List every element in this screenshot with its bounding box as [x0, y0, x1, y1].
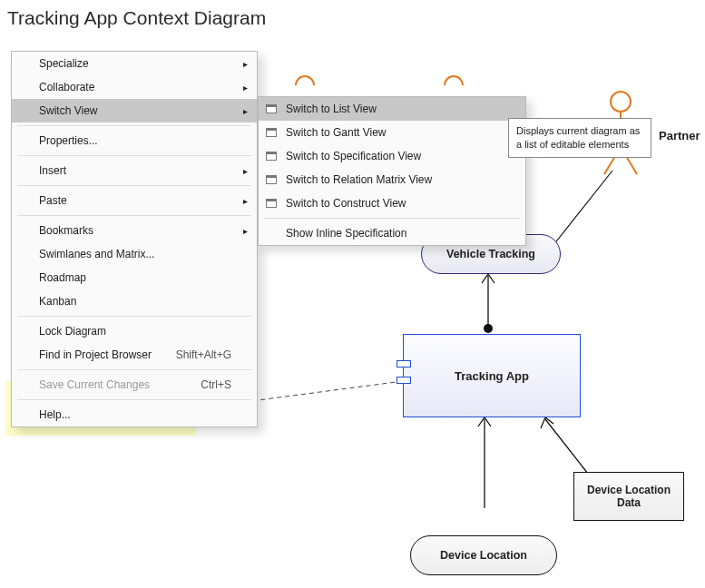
menu-item-label: Bookmarks [39, 224, 93, 237]
menu-item[interactable]: Properties... [12, 129, 257, 152]
submenu-item[interactable]: Switch to Specification View [259, 144, 525, 168]
menu-item-label: Specialize [39, 57, 89, 70]
context-menu[interactable]: Specialize▸Collaborate▸Switch View▸Prope… [11, 51, 258, 427]
submenu-item-label: Switch to Relation Matrix View [286, 173, 432, 186]
menu-item[interactable]: Find in Project BrowserShift+Alt+G [12, 343, 257, 367]
menu-item-label: Swimlanes and Matrix... [39, 248, 154, 260]
menu-separator [17, 125, 251, 126]
menu-separator [17, 316, 251, 317]
menu-separator [17, 155, 251, 156]
submenu-item[interactable]: Switch to List View [259, 97, 525, 121]
menu-item[interactable]: Specialize▸ [12, 52, 257, 75]
submenu-item-label: Switch to Construct View [286, 197, 406, 210]
menu-item[interactable]: Insert▸ [12, 159, 257, 182]
chevron-right-icon: ▸ [243, 166, 248, 176]
menu-item-label: Paste [39, 194, 67, 207]
node-tracking-app-label: Tracking App [455, 369, 529, 383]
chevron-right-icon: ▸ [243, 83, 248, 93]
submenu-item-label: Switch to Specification View [286, 150, 421, 162]
menu-item-shortcut: Ctrl+S [201, 378, 231, 391]
submenu-item[interactable]: Switch to Construct View [259, 191, 525, 215]
menu-item-label: Properties... [39, 134, 98, 147]
menu-item[interactable]: Swimlanes and Matrix... [12, 242, 257, 266]
menu-item[interactable]: Paste▸ [12, 189, 257, 212]
menu-item-label: Roadmap [39, 271, 86, 284]
view-icon [266, 199, 277, 208]
menu-item[interactable]: Roadmap [12, 266, 257, 289]
submenu-item-label: Show Inline Specification [286, 227, 406, 240]
svg-line-2 [553, 171, 612, 245]
menu-item-label: Kanban [39, 295, 76, 308]
menu-separator [17, 185, 251, 186]
menu-item-label: Insert [39, 164, 66, 177]
submenu-item[interactable]: Switch to Relation Matrix View [259, 168, 525, 191]
menu-separator [17, 399, 251, 400]
menu-separator [17, 369, 251, 370]
context-submenu-switch-view[interactable]: Switch to List ViewSwitch to Gantt ViewS… [258, 96, 526, 246]
menu-item[interactable]: Kanban [12, 289, 257, 313]
component-ear-icon [397, 377, 411, 384]
menu-item-label: Save Current Changes [39, 378, 150, 391]
menu-item: Save Current ChangesCtrl+S [12, 373, 257, 397]
chevron-right-icon: ▸ [243, 226, 248, 236]
menu-separator [264, 218, 520, 219]
menu-item-label: Switch View [39, 104, 97, 117]
svg-line-4 [545, 419, 588, 474]
menu-item[interactable]: Bookmarks▸ [12, 219, 257, 242]
node-device-location-data[interactable]: Device Location Data [573, 472, 684, 521]
menu-item[interactable]: Collaborate▸ [12, 75, 257, 99]
view-icon [266, 104, 277, 113]
menu-item-label: Find in Project Browser [39, 348, 152, 361]
menu-item-label: Lock Diagram [39, 325, 106, 338]
node-device-location[interactable]: Device Location [410, 535, 557, 575]
view-icon [266, 128, 277, 137]
component-ear-icon [397, 360, 411, 368]
svg-point-1 [484, 324, 493, 333]
view-icon [266, 152, 277, 161]
svg-point-6 [611, 92, 631, 112]
chevron-right-icon: ▸ [243, 106, 248, 116]
submenu-item[interactable]: Switch to Gantt View [259, 121, 525, 144]
menu-item-label: Help... [39, 408, 71, 421]
menu-item[interactable]: Help... [12, 403, 257, 426]
menu-item-shortcut: Shift+Alt+G [176, 348, 231, 361]
submenu-item-label: Switch to List View [286, 103, 377, 115]
node-tracking-app[interactable]: Tracking App [403, 334, 581, 417]
view-icon [266, 175, 277, 184]
menu-item[interactable]: Lock Diagram [12, 319, 257, 343]
submenu-item-label: Switch to Gantt View [286, 126, 387, 139]
chevron-right-icon: ▸ [243, 196, 248, 206]
menu-item[interactable]: Switch View▸ [12, 99, 257, 122]
submenu-item[interactable]: Show Inline Specification [259, 221, 525, 245]
chevron-right-icon: ▸ [243, 59, 248, 69]
menu-separator [17, 215, 251, 216]
tooltip-switch-list-view: Displays current diagram as a list of ed… [508, 118, 651, 158]
menu-item-label: Collaborate [39, 81, 94, 93]
